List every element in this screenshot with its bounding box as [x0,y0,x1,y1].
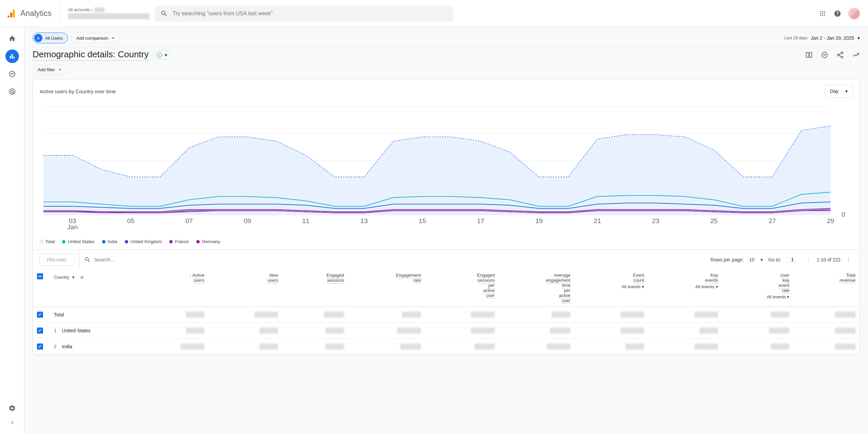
column-header[interactable]: Totalrevenue [793,269,860,307]
add-dimension-button[interactable]: ＋ [79,273,85,282]
product-name: Analytics [20,9,52,18]
nav-explore[interactable] [5,67,19,81]
chevron-down-icon: ▾ [72,275,75,280]
metric-cell: xxxx [574,339,648,355]
column-header[interactable]: EventcountAll events ▾ [574,269,648,307]
metric-cell: xxxx [793,339,860,355]
insights-icon[interactable] [821,51,829,59]
metric-cell: xxxx [793,307,860,323]
next-page-button[interactable]: 〉 [846,255,853,264]
add-filter-button[interactable]: Add filter ＋ [33,65,67,74]
card-header: Active users by Country over time Day ▾ [33,79,860,103]
search-icon [84,256,91,263]
redacted-value: xxxx [181,343,204,350]
user-avatar[interactable] [848,8,860,19]
metric-cell: xxxx [135,307,209,323]
legend-item[interactable]: Germany [196,239,220,244]
svg-text:11: 11 [302,218,310,224]
nav-advertising[interactable] [5,85,19,98]
column-header[interactable]: Engagedsessions [282,269,348,307]
legend-dot [40,240,43,243]
table-row: 2Indiaxxxxxxxxxxxxxxxxxxxxxxxxxxxxxxxxxx… [33,339,860,355]
dimension-cell: 1United States [50,323,135,339]
date-range-picker[interactable]: Last 28 days Jan 2 - Jan 29, 2025 ▾ [784,35,860,41]
page-title[interactable]: Demographic details: Country [33,49,149,61]
help-icon[interactable] [833,9,842,18]
share-icon[interactable] [836,51,844,59]
search-box[interactable] [155,5,453,22]
metric-filter[interactable]: All events ▾ [767,294,789,299]
column-header[interactable]: Averageengagementtimeperactiveuser [499,269,574,307]
svg-point-22 [837,54,840,56]
column-header[interactable]: Engagedsessionsperactiveuser [425,269,499,307]
prev-page-button[interactable]: 〈 [804,255,811,264]
row-checkbox[interactable] [37,343,43,350]
redacted-value: xxxx [471,328,495,334]
plot-rows-button[interactable]: Plot rows [39,254,74,266]
column-header[interactable]: UserkeyeventrateAll events ▾ [722,269,794,307]
legend-item[interactable]: Total [40,239,55,244]
legend-item[interactable]: United States [62,239,94,244]
filter-row: Add filter ＋ [33,65,860,79]
metric-filter[interactable]: All events ▾ [695,284,718,289]
legend-dot [125,240,128,243]
goto-label: Go to: [768,257,781,262]
metric-cell: xxxx [425,339,499,355]
column-header[interactable]: KeyeventsAll events ▾ [648,269,722,307]
redacted-value: xxxx [324,312,344,318]
table-search-input[interactable] [94,257,706,262]
logo-block: Analytics [4,9,52,18]
svg-point-6 [820,13,821,14]
metric-filter[interactable]: All events ▾ [622,284,644,289]
verify-chip[interactable]: ✓ ▾ [153,50,171,60]
table-controls: Plot rows Rows per page: 10▾ Go to: 〈 1-… [33,250,860,269]
nav-expand[interactable] [7,418,17,427]
table-search[interactable] [84,256,706,263]
rows-per-page-select[interactable]: 10▾ [749,257,763,262]
search-input[interactable] [173,11,448,17]
line-chart[interactable]: 03Jan050709111315171921232527290 [40,103,853,232]
account-picker[interactable]: All accounts › xxxxx xxxxxxxxxxxxxxxxxxx [68,7,150,19]
apps-icon[interactable] [818,9,827,18]
svg-point-21 [841,52,843,54]
customize-report-icon[interactable] [805,51,813,59]
legend-item[interactable]: India [102,239,117,244]
trend-icon[interactable] [852,51,860,59]
data-table: Country ▾ ＋ ↓ ActiveusersNewusersEngaged… [33,269,860,355]
metric-cell: xxxx [348,323,425,339]
metric-cell: xxxx [135,339,209,355]
dimension-select[interactable]: Country ▾ [54,275,75,280]
chevron-down-icon: ▾ [165,52,167,58]
segment-all-users[interactable]: A All Users [33,33,68,43]
redacted-value: xxxx [694,312,718,318]
select-all-checkbox[interactable] [37,273,43,279]
row-checkbox[interactable] [37,312,43,318]
redacted-value: xxxx [326,328,344,334]
rows-per-page-label: Rows per page: [710,257,744,262]
redacted-value: xxxx [550,328,570,334]
legend-item[interactable]: France [169,239,189,244]
column-header[interactable]: ↓ Activeusers [135,269,209,307]
nav-admin[interactable] [5,401,19,415]
svg-rect-1 [10,12,12,17]
date-range-label: Last 28 days [784,36,807,40]
granularity-select[interactable]: Day ▾ [825,85,853,98]
svg-text:27: 27 [769,218,776,224]
metric-cell: xxxx [722,307,794,323]
legend-item[interactable]: United Kingdom [125,239,162,244]
column-header[interactable]: Engagementrate [348,269,425,307]
redacted-value: xxxx [699,328,718,334]
add-comparison-button[interactable]: Add comparison ＋ [71,33,120,43]
main-content: A All Users Add comparison ＋ Last 28 day… [24,27,868,434]
nav-reports[interactable] [5,50,19,63]
metric-cell: xxxx [574,307,648,323]
column-header[interactable]: Newusers [209,269,282,307]
nav-home[interactable] [5,32,19,45]
row-checkbox[interactable] [37,328,43,334]
svg-text:29: 29 [827,218,834,224]
chart-title: Active users by Country over time [40,88,116,94]
table-row: Totalxxxxxxxxxxxxxxxxxxxxxxxxxxxxxxxxxxx… [33,307,860,323]
svg-point-2 [7,15,9,17]
goto-input[interactable] [787,257,798,262]
metric-cell: xxxx [499,307,574,323]
